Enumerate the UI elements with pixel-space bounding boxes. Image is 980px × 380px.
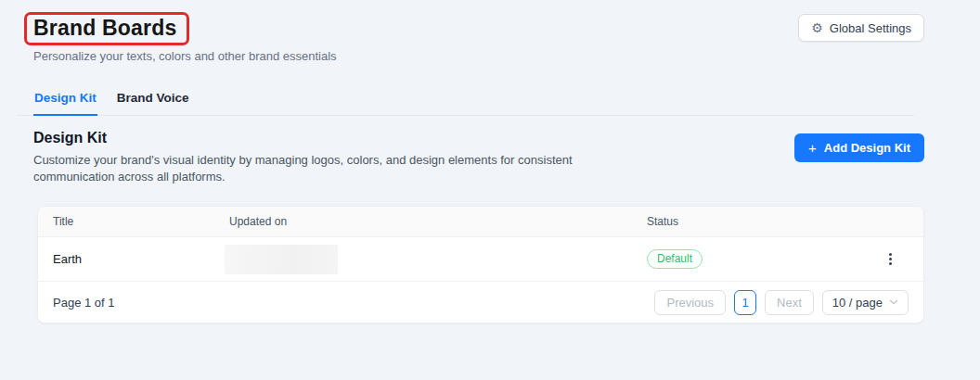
design-kit-section-header: Design Kit Customize your brand's visual… [33, 130, 924, 185]
annotation-highlight-box: Brand Boards [24, 12, 189, 45]
pagination-controls: Previous 1 Next 10 / page [654, 290, 909, 315]
table-footer: Page 1 of 1 Previous 1 Next 10 / page [38, 282, 923, 323]
table-header-row: Title Updated on Status [38, 207, 923, 237]
page-header: Brand Boards Personalize your texts, col… [0, 0, 980, 63]
tab-bar: Design Kit Brand Voice [17, 85, 914, 116]
page-size-label: 10 / page [832, 296, 883, 310]
row-status: Default [647, 249, 879, 269]
table-row: Earth Default [38, 237, 923, 282]
section-heading: Design Kit [33, 130, 576, 146]
global-settings-label: Global Settings [830, 21, 911, 35]
design-kit-table: Title Updated on Status Earth Default Pa… [37, 206, 924, 323]
row-title: Earth [53, 252, 229, 266]
add-design-kit-button[interactable]: + Add Design Kit [794, 133, 924, 162]
column-header-title: Title [53, 215, 229, 228]
column-header-updated-on: Updated on [229, 215, 647, 228]
tab-brand-voice[interactable]: Brand Voice [116, 85, 190, 116]
updated-on-redacted-patch [225, 245, 338, 274]
kebab-menu-icon[interactable] [883, 249, 897, 269]
gear-icon: ⚙ [811, 21, 823, 34]
add-design-kit-label: Add Design Kit [824, 141, 910, 155]
status-badge: Default [647, 249, 703, 269]
row-actions [879, 249, 923, 269]
title-block: Brand Boards Personalize your texts, col… [33, 12, 337, 63]
section-description: Customize your brand's visual identity b… [33, 152, 576, 185]
section-text: Design Kit Customize your brand's visual… [33, 130, 576, 185]
current-page-button[interactable]: 1 [734, 290, 756, 315]
column-header-status: Status [647, 215, 879, 228]
tab-design-kit[interactable]: Design Kit [33, 85, 97, 116]
chevron-down-icon [889, 298, 898, 306]
pagination-summary: Page 1 of 1 [53, 296, 115, 310]
plus-icon: + [808, 141, 817, 155]
global-settings-button[interactable]: ⚙ Global Settings [798, 14, 924, 42]
page-title: Brand Boards [33, 16, 176, 40]
previous-page-button[interactable]: Previous [654, 290, 726, 315]
page-size-select[interactable]: 10 / page [822, 290, 909, 315]
page-subtitle: Personalize your texts, colors and other… [33, 49, 337, 63]
next-page-button[interactable]: Next [765, 290, 814, 315]
row-updated-on [229, 245, 647, 274]
